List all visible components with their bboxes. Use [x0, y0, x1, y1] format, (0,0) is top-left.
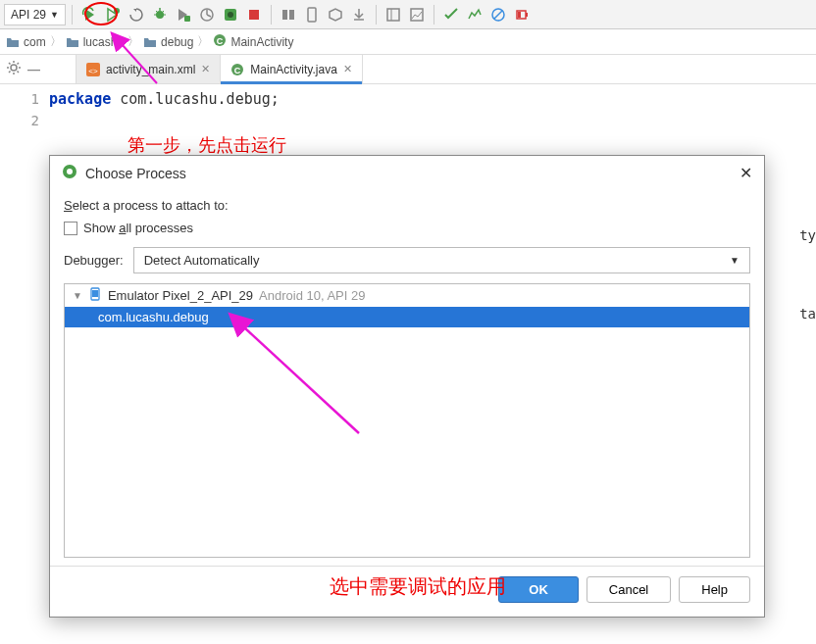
stop-icon[interactable] [243, 4, 265, 25]
choose-process-dialog: Choose Process ✕ Select a process to att… [49, 155, 765, 618]
attach-debugger-icon[interactable] [220, 4, 241, 25]
device-icon [88, 287, 102, 304]
run-icon[interactable] [78, 4, 100, 25]
svg-rect-14 [308, 8, 316, 22]
download-icon[interactable] [348, 4, 370, 25]
svg-text:C: C [217, 36, 224, 46]
hot-reload-icon[interactable] [126, 4, 147, 25]
svg-line-20 [494, 11, 502, 19]
chevron-down-icon: ▼ [730, 255, 740, 266]
svg-line-36 [231, 316, 359, 433]
close-icon[interactable]: ✕ [343, 63, 352, 75]
close-icon[interactable]: ✕ [740, 164, 752, 182]
svg-text:<>: <> [88, 67, 98, 75]
show-all-checkbox[interactable]: Show all processes [64, 221, 750, 235]
apply-changes-icon[interactable] [102, 4, 124, 25]
svg-point-26 [11, 65, 17, 71]
svg-rect-22 [526, 13, 528, 17]
debug-icon[interactable] [149, 4, 171, 25]
svg-text:C: C [234, 66, 241, 75]
resource-manager-icon[interactable] [406, 4, 428, 25]
svg-line-5 [156, 11, 158, 13]
chevron-right-icon: 〉 [50, 33, 62, 50]
tree-device-row[interactable]: ▼ Emulator Pixel_2_API_29 Android 10, AP… [65, 284, 749, 307]
layout-inspector-icon[interactable] [382, 4, 404, 25]
svg-point-0 [114, 8, 120, 14]
breadcrumb: com 〉 lucashu 〉 debug 〉 C MainActivity [0, 29, 816, 55]
dialog-titlebar: Choose Process ✕ [50, 156, 764, 190]
collapse-icon[interactable]: — [27, 62, 40, 76]
live-edit-icon[interactable] [440, 4, 462, 25]
tab-label: MainActivity.java [250, 63, 336, 76]
coverage-icon[interactable] [173, 4, 194, 25]
main-toolbar: API 29 ▼ [0, 0, 816, 29]
select-process-label: Select a process to attach to: [64, 198, 750, 213]
svg-rect-16 [387, 9, 399, 21]
svg-rect-35 [92, 290, 98, 297]
folder-icon [6, 36, 20, 48]
svg-rect-7 [184, 16, 190, 22]
cancel-button[interactable]: Cancel [586, 576, 671, 603]
class-icon: C [213, 33, 227, 50]
breadcrumb-item[interactable]: lucashu [83, 35, 124, 49]
tab-label: activity_main.xml [106, 63, 195, 76]
chevron-right-icon: 〉 [197, 33, 209, 50]
sdk-icon[interactable] [325, 4, 346, 25]
svg-rect-23 [518, 12, 521, 18]
sync-icon[interactable] [278, 4, 299, 25]
folder-icon [66, 36, 79, 48]
svg-rect-11 [249, 10, 259, 20]
battery-icon[interactable] [511, 4, 533, 25]
process-name: com.lucashu.debug [98, 310, 209, 324]
checkbox-label: Show all processes [83, 221, 193, 235]
folder-icon [143, 36, 157, 48]
svg-line-6 [162, 11, 164, 13]
close-icon[interactable]: ✕ [201, 63, 210, 75]
process-tree[interactable]: ▼ Emulator Pixel_2_API_29 Android 10, AP… [64, 283, 750, 558]
svg-rect-12 [282, 10, 287, 20]
debugger-label: Debugger: [64, 253, 124, 268]
expand-icon[interactable]: ▼ [73, 290, 82, 301]
svg-point-33 [67, 169, 73, 174]
xml-icon: <> [86, 63, 100, 76]
annotation-select-app: 选中需要调试的应用 [330, 573, 506, 600]
avd-icon[interactable] [301, 4, 323, 25]
gear-icon[interactable] [6, 60, 22, 78]
editor-tabbar: — <> activity_main.xml ✕ C MainActivity.… [0, 55, 816, 84]
checkbox-icon[interactable] [64, 222, 77, 235]
profiler-icon[interactable] [464, 4, 485, 25]
svg-rect-18 [411, 9, 423, 21]
tab-main-activity[interactable]: C MainActivity.java ✕ [221, 55, 362, 83]
device-meta: Android 10, API 29 [259, 288, 365, 303]
code-content: package com.lucashu.debug; [49, 84, 280, 135]
breadcrumb-item[interactable]: debug [161, 35, 193, 49]
breadcrumb-item[interactable]: MainActivity [230, 35, 293, 49]
block-icon[interactable] [487, 4, 509, 25]
code-editor[interactable]: 1 2 package com.lucashu.debug; [0, 84, 816, 135]
tree-process-row[interactable]: com.lucashu.debug [65, 307, 749, 327]
dialog-title: Choose Process [85, 166, 186, 181]
profile-icon[interactable] [196, 4, 218, 25]
app-icon [62, 164, 77, 182]
annotation-step1: 第一步，先点击运行 [128, 133, 286, 157]
debugger-selector[interactable]: Detect Automatically ▼ [133, 247, 750, 273]
breadcrumb-item[interactable]: com [24, 35, 46, 49]
line-gutter: 1 2 [0, 84, 49, 135]
chevron-right-icon: 〉 [128, 33, 139, 50]
class-icon: C [230, 63, 244, 76]
device-name: Emulator Pixel_2_API_29 [108, 288, 253, 303]
clipped-code: ty ta [799, 216, 816, 333]
help-button[interactable]: Help [679, 576, 750, 603]
device-selector[interactable]: API 29 ▼ [4, 4, 66, 25]
svg-rect-13 [289, 10, 294, 20]
svg-point-10 [228, 12, 233, 18]
ok-button[interactable]: OK [498, 576, 579, 603]
tab-activity-main[interactable]: <> activity_main.xml ✕ [76, 55, 221, 83]
